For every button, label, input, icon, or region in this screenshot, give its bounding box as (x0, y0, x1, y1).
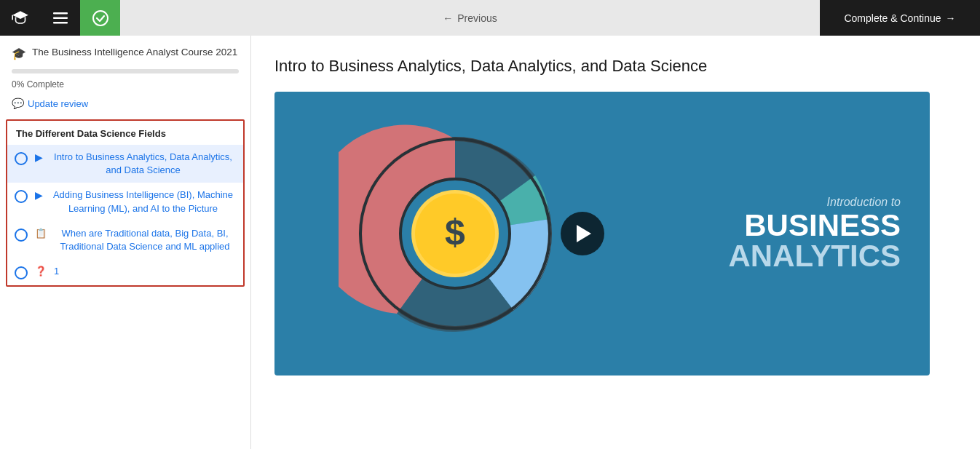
lesson-circle-3 (15, 229, 28, 242)
play-button[interactable] (561, 212, 604, 255)
svg-rect-2 (53, 22, 68, 24)
play-circle-icon-1: ▶ (35, 151, 43, 163)
top-navigation: ← Previous Complete & Continue → (0, 0, 980, 36)
section-title: The Different Data Science Fields (7, 121, 243, 145)
chat-icon: 💬 (12, 98, 24, 109)
progress-bar-background (12, 69, 239, 73)
svg-rect-1 (53, 17, 68, 19)
pie-chart-svg: $ (339, 117, 572, 350)
update-review-link[interactable]: 💬 Update review (0, 95, 250, 116)
content-area: Intro to Business Analytics, Data Analyt… (251, 36, 980, 449)
video-intro-line: Introduction to (729, 196, 901, 209)
right-arrow-icon: → (946, 12, 956, 24)
lesson-circle-2 (15, 190, 28, 203)
lesson-item[interactable]: ▶ Adding Business Intelligence (BI), Mac… (7, 183, 243, 220)
graduation-cap-icon (11, 9, 30, 28)
lesson-text-2: Adding Business Intelligence (BI), Machi… (50, 188, 236, 215)
section-box: The Different Data Science Fields ▶ Intr… (6, 119, 245, 287)
update-review-label: Update review (28, 98, 88, 109)
left-arrow-icon: ← (443, 12, 453, 24)
lesson-item[interactable]: ▶ Intro to Business Analytics, Data Anal… (7, 145, 243, 183)
quiz-icon-4: ❓ (35, 266, 47, 277)
lesson-text-4: 1 (54, 265, 59, 278)
lesson-text-3: When are Traditional data, Big Data, BI,… (54, 227, 236, 253)
check-circle-icon (92, 10, 108, 26)
logo-button[interactable] (0, 0, 40, 36)
sidebar: 🎓 The Business Intelligence Analyst Cour… (0, 36, 251, 449)
check-button[interactable] (80, 0, 120, 36)
document-icon-3: 📋 (35, 228, 47, 239)
course-title: The Business Intelligence Analyst Course… (32, 46, 237, 60)
play-circle-icon-2: ▶ (35, 189, 43, 201)
continue-label: Complete & Continue (844, 12, 941, 24)
lesson-circle-1 (15, 152, 28, 165)
previous-button[interactable]: ← Previous (120, 0, 820, 36)
menu-icon (53, 12, 68, 24)
play-triangle-icon (577, 225, 591, 242)
course-icon: 🎓 (12, 47, 26, 60)
progress-text: 0% Complete (12, 79, 64, 90)
sidebar-header: 🎓 The Business Intelligence Analyst Cour… (0, 36, 250, 66)
menu-button[interactable] (40, 0, 80, 36)
video-main-line2: ANALYTICS (729, 241, 901, 271)
previous-label: Previous (457, 12, 497, 24)
video-thumbnail[interactable]: $ Introduction to BUSINESS ANALYTICS (274, 92, 930, 376)
content-title: Intro to Business Analytics, Data Analyt… (274, 56, 957, 77)
svg-text:$: $ (445, 212, 465, 253)
main-layout: 🎓 The Business Intelligence Analyst Cour… (0, 36, 980, 449)
svg-point-3 (93, 11, 108, 25)
lesson-text-1: Intro to Business Analytics, Data Analyt… (50, 151, 236, 177)
lesson-item[interactable]: 📋 When are Traditional data, Big Data, B… (7, 221, 243, 259)
video-main-line1: BUSINESS (729, 210, 901, 241)
progress-section: 0% Complete (0, 66, 250, 95)
lesson-circle-4 (15, 266, 28, 279)
svg-rect-0 (53, 12, 68, 15)
complete-continue-button[interactable]: Complete & Continue → (820, 0, 980, 36)
lesson-item[interactable]: ❓ 1 (7, 259, 243, 285)
video-text-overlay: Introduction to BUSINESS ANALYTICS (729, 196, 901, 271)
